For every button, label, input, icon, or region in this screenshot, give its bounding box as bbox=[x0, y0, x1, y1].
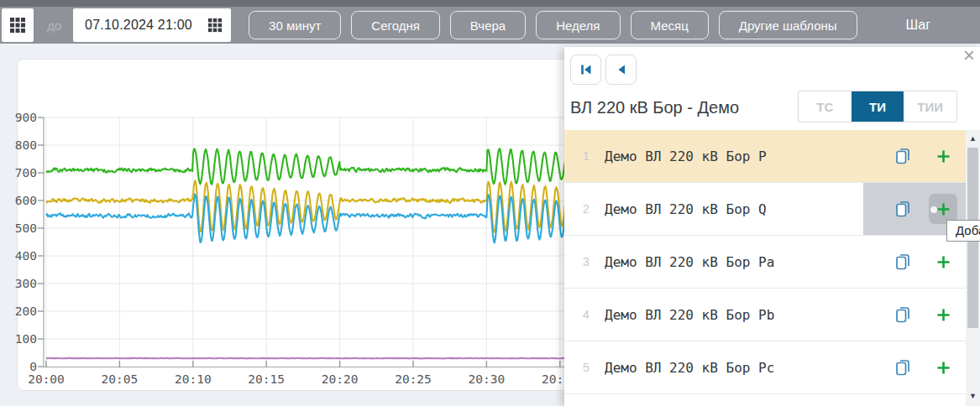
grid-icon bbox=[9, 17, 26, 34]
copy-icon bbox=[894, 252, 912, 272]
row-actions bbox=[888, 247, 957, 277]
calendar-grid-icon[interactable] bbox=[207, 18, 223, 33]
svg-text:200: 200 bbox=[15, 304, 37, 318]
copy-button[interactable] bbox=[888, 141, 917, 171]
copy-button[interactable] bbox=[888, 299, 917, 330]
plus-icon bbox=[936, 308, 951, 322]
row-actions bbox=[888, 299, 957, 330]
tab-тс[interactable]: ТС bbox=[799, 91, 852, 122]
add-tooltip: Добавить bbox=[946, 220, 980, 242]
panel-title: ВЛ 220 кВ Бор - Демо bbox=[570, 98, 739, 117]
copy-button[interactable] bbox=[888, 352, 917, 383]
row-label: Демо ВЛ 220 кВ Бор Pa bbox=[605, 254, 774, 270]
svg-text:20:15: 20:15 bbox=[248, 372, 285, 386]
tab-тии[interactable]: ТИИ bbox=[904, 91, 956, 122]
row-actions bbox=[888, 141, 957, 171]
add-button[interactable] bbox=[929, 247, 957, 277]
window-top-strip bbox=[0, 0, 980, 7]
tab-group: ТСТИТИИ bbox=[798, 91, 957, 122]
signals-panel: × ВЛ 220 кВ Бор - Демо ТСТИТИИ 1 Демо ВЛ… bbox=[564, 47, 980, 406]
copy-icon bbox=[894, 304, 912, 325]
cursor-dot bbox=[930, 206, 937, 213]
row-number: 2 bbox=[583, 202, 605, 216]
plus-icon bbox=[936, 149, 951, 164]
svg-text:20:20: 20:20 bbox=[322, 372, 359, 386]
copy-icon bbox=[894, 146, 912, 166]
svg-text:100: 100 bbox=[15, 332, 37, 346]
row-label: Демо ВЛ 220 кВ Бор Pb bbox=[605, 307, 774, 323]
add-button[interactable] bbox=[929, 141, 957, 171]
toolbar-button-6[interactable]: Другие шаблоны bbox=[719, 11, 857, 39]
list-item[interactable]: 3 Демо ВЛ 220 кВ Бор Pa bbox=[564, 236, 966, 289]
date-value[interactable]: 07.10.2024 21:00 bbox=[85, 18, 207, 33]
list-item[interactable]: 2 Демо ВЛ 220 кВ Бор Q bbox=[564, 183, 966, 236]
toolbar-button-3[interactable]: Вчера bbox=[450, 11, 526, 39]
svg-text:300: 300 bbox=[15, 277, 37, 290]
row-label: Демо ВЛ 220 кВ Бор Q bbox=[605, 201, 767, 217]
copy-icon bbox=[894, 199, 912, 219]
signal-list: 1 Демо ВЛ 220 кВ Бор P 2 Демо ВЛ 220 кВ … bbox=[564, 130, 966, 394]
preset-buttons: 30 минутСегодняВчераНеделяМесяцДругие ша… bbox=[231, 11, 857, 39]
date-field[interactable]: 07.10.2024 21:00 bbox=[73, 8, 231, 42]
svg-text:600: 600 bbox=[15, 194, 37, 207]
previous-icon bbox=[616, 64, 627, 75]
toolbar-button-5[interactable]: Месяц bbox=[631, 11, 709, 39]
list-item[interactable]: 1 Демо ВЛ 220 кВ Бор P bbox=[564, 130, 966, 183]
tab-ти[interactable]: ТИ bbox=[852, 91, 904, 122]
svg-text:400: 400 bbox=[15, 249, 37, 263]
calendar-grid-button[interactable] bbox=[2, 8, 34, 42]
scroll-up-icon[interactable]: ▲ bbox=[966, 132, 980, 145]
row-actions bbox=[888, 352, 957, 383]
svg-text:500: 500 bbox=[15, 221, 37, 235]
svg-text:700: 700 bbox=[15, 166, 37, 180]
close-icon[interactable]: × bbox=[963, 45, 975, 65]
plus-icon bbox=[936, 361, 951, 375]
svg-text:20:25: 20:25 bbox=[395, 372, 432, 386]
previous-button[interactable] bbox=[605, 55, 637, 85]
plus-icon bbox=[936, 255, 951, 269]
copy-button[interactable] bbox=[888, 194, 917, 224]
toolbar-button-2[interactable]: Сегодня bbox=[351, 11, 440, 39]
row-label: Демо ВЛ 220 кВ Бор P bbox=[605, 148, 767, 164]
plus-icon bbox=[936, 202, 951, 216]
row-number: 4 bbox=[583, 308, 605, 321]
toolbar: до 07.10.2024 21:00 30 минутСегодняВчера… bbox=[0, 7, 980, 44]
skip-to-first-icon bbox=[579, 64, 593, 75]
list-item[interactable]: 5 Демо ВЛ 220 кВ Бор Pc bbox=[564, 341, 966, 394]
row-number: 1 bbox=[583, 149, 605, 163]
scroll-down-icon[interactable]: ▼ bbox=[966, 389, 980, 403]
row-number: 5 bbox=[583, 361, 605, 374]
list-item[interactable]: 4 Демо ВЛ 220 кВ Бор Pb bbox=[564, 289, 966, 341]
scrollbar[interactable]: ▲ ▼ bbox=[966, 130, 980, 406]
svg-text:20:00: 20:00 bbox=[28, 372, 65, 386]
copy-button[interactable] bbox=[888, 247, 917, 277]
step-label: Шаг bbox=[906, 18, 930, 33]
add-button[interactable] bbox=[929, 352, 957, 383]
svg-text:900: 900 bbox=[15, 111, 37, 124]
svg-text:800: 800 bbox=[15, 138, 37, 152]
to-label: до bbox=[47, 18, 61, 33]
svg-text:20:30: 20:30 bbox=[469, 372, 506, 386]
app-root: { "toolbar": { "to_label": "до", "date_v… bbox=[0, 0, 980, 406]
first-page-button[interactable] bbox=[570, 55, 601, 85]
svg-text:20:05: 20:05 bbox=[102, 372, 139, 386]
toolbar-button-4[interactable]: Неделя bbox=[536, 11, 620, 39]
row-label: Демо ВЛ 220 кВ Бор Pc bbox=[605, 360, 774, 376]
row-number: 3 bbox=[583, 255, 605, 268]
svg-text:20:10: 20:10 bbox=[175, 372, 212, 386]
svg-text:0: 0 bbox=[29, 360, 37, 373]
toolbar-button-1[interactable]: 30 минут bbox=[249, 11, 341, 39]
panel-nav bbox=[570, 55, 637, 85]
copy-icon bbox=[894, 357, 912, 377]
add-button[interactable] bbox=[929, 299, 957, 330]
